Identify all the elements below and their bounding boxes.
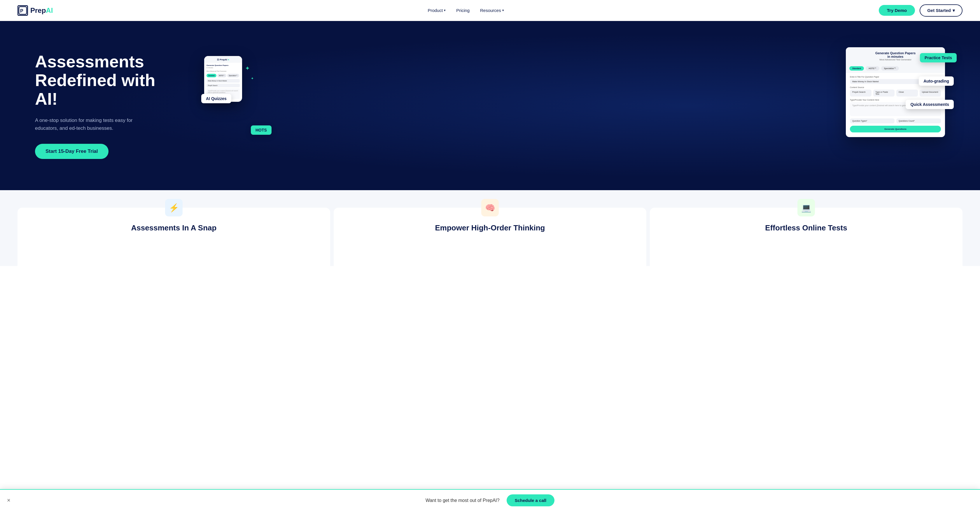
practice-tests-chip: Practice Tests (920, 53, 957, 62)
nav-actions: Try Demo Get Started ▾ (879, 4, 963, 17)
mobile-mockup-header: ⊡ PrepAI ● (204, 56, 242, 63)
feature-title-3: Effortless Online Tests (660, 223, 952, 232)
get-started-chevron-icon: ▾ (953, 8, 955, 13)
quick-assessments-chip: Quick Assessments (905, 100, 954, 109)
try-demo-button[interactable]: Try Demo (879, 5, 915, 16)
feature-icon-1: ⚡ (165, 199, 183, 216)
nav-links: Product ▾ Pricing Resources ▾ (428, 8, 504, 13)
hero-right: ✦ ✦ ⊡ PrepAI ● Generate Question Papers … (187, 41, 957, 170)
hero-section: Assessments Redefined with AI! A one-sto… (0, 21, 980, 190)
logo-icon: P (18, 5, 28, 16)
auto-grading-chip: Auto-grading (919, 76, 954, 86)
features-section: ⚡ Assessments In A Snap 🧠 Empower High-O… (0, 190, 980, 266)
hero-left: Assessments Redefined with AI! A one-sto… (35, 52, 187, 159)
nav-resources[interactable]: Resources ▾ (480, 8, 504, 13)
hero-subtitle: A one-stop solution for making tests eas… (35, 116, 152, 132)
navbar: P PrepAI Product ▾ Pricing Resources ▾ T… (0, 0, 980, 21)
feature-title-2: Empower High-Order Thinking (344, 223, 636, 232)
star-decoration-1: ✦ (245, 65, 250, 72)
svg-text:P: P (20, 8, 23, 13)
get-started-button[interactable]: Get Started ▾ (920, 4, 963, 17)
generate-questions-button[interactable]: Generate Questions (850, 126, 941, 132)
ai-quizzes-chip: AI Quizzes (201, 94, 231, 103)
nav-product[interactable]: Product ▾ (428, 8, 445, 13)
feature-title-1: Assessments In A Snap (28, 223, 320, 232)
logo[interactable]: P PrepAI (18, 5, 53, 16)
feature-icon-3: 💻 (797, 199, 815, 216)
feature-icon-2: 🧠 (481, 199, 499, 216)
product-chevron-icon: ▾ (444, 8, 445, 12)
free-trial-button[interactable]: Start 15-Day Free Trial (35, 144, 108, 159)
nav-pricing[interactable]: Pricing (456, 8, 469, 13)
feature-card-3: 💻 Effortless Online Tests (650, 208, 963, 266)
hero-title: Assessments Redefined with AI! (35, 52, 187, 108)
feature-card-2: 🧠 Empower High-Order Thinking (334, 208, 646, 266)
resources-chevron-icon: ▾ (502, 8, 504, 12)
hots-chip: HOTS (251, 126, 272, 135)
star-decoration-2: ✦ (251, 76, 254, 81)
logo-text: PrepAI (30, 6, 53, 14)
feature-card-1: ⚡ Assessments In A Snap (18, 208, 330, 266)
